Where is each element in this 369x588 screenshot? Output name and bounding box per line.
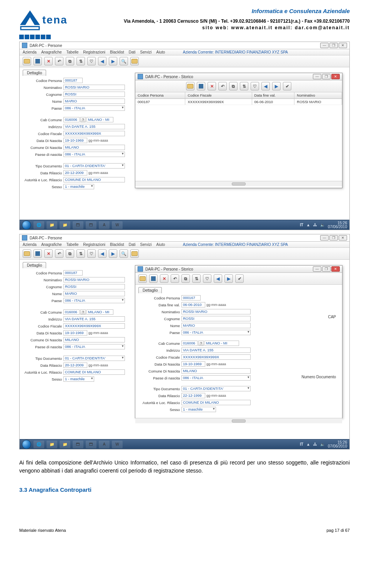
delete-icon[interactable]: ✕: [44, 249, 53, 258]
folder-icon[interactable]: [130, 249, 139, 258]
nav-prev-icon[interactable]: ◀: [261, 82, 270, 90]
menu-registrazioni[interactable]: Registrazioni: [83, 50, 105, 54]
sort-icon[interactable]: ⇅: [192, 274, 201, 283]
search-icon[interactable]: 🔍: [120, 57, 128, 65]
restore-button[interactable]: ❐: [322, 74, 331, 79]
fav-icon[interactable]: ♡: [87, 249, 96, 258]
menu-azienda[interactable]: Azienda: [23, 50, 37, 54]
field-nome[interactable]: MARIO: [181, 323, 251, 328]
col-nominativo[interactable]: Nominativo: [294, 92, 342, 99]
open-icon[interactable]: [23, 249, 31, 258]
field-paese[interactable]: 086 - ITALIA: [181, 330, 251, 335]
copy-icon[interactable]: ⧉: [181, 274, 190, 283]
sort-icon[interactable]: ⇅: [76, 249, 85, 258]
field-sesso[interactable]: 1 - maschile: [63, 376, 94, 382]
open-icon[interactable]: [186, 82, 194, 90]
fav-icon[interactable]: ♡: [251, 82, 259, 90]
start-button[interactable]: [22, 220, 31, 230]
delete-icon[interactable]: ✕: [160, 274, 168, 283]
save-icon[interactable]: [197, 82, 205, 90]
taskbar-item[interactable]: W: [112, 441, 123, 448]
tray-lang[interactable]: IT: [300, 442, 303, 446]
folder-icon[interactable]: [130, 57, 139, 65]
scrollbar[interactable]: [135, 181, 342, 186]
field-nome[interactable]: MARIO: [63, 291, 125, 296]
field-sesso[interactable]: 1 - maschile: [63, 184, 94, 189]
field-cognome[interactable]: ROSSI: [63, 284, 125, 289]
menu-tabelle[interactable]: Tabelle: [66, 50, 79, 54]
tray-net-icon[interactable]: 🖧: [313, 223, 317, 227]
tab-dettaglio[interactable]: Dettaglio: [23, 262, 46, 268]
field-autorita[interactable]: COMUNE DI MILANO: [181, 400, 251, 405]
field-autorita[interactable]: COMUNE DI MILANO: [63, 177, 125, 182]
menu-blacklist[interactable]: Blacklist: [110, 242, 124, 247]
menu-servizi[interactable]: Servizi: [140, 242, 152, 247]
taskbar-item[interactable]: 🗔: [86, 441, 96, 448]
field-paese[interactable]: 086 - ITALIA: [63, 105, 125, 111]
field-paese-nascita[interactable]: 086 - ITALIA: [63, 152, 125, 157]
close-button[interactable]: ✕: [331, 74, 340, 79]
tray-clock[interactable]: 15:2607/06/2010: [328, 441, 347, 448]
save-icon[interactable]: [33, 249, 42, 258]
field-paese-nascita[interactable]: 086 - ITALIA: [63, 344, 125, 349]
taskbar-item[interactable]: A: [99, 441, 110, 448]
col-codice-persona[interactable]: Codice Persona: [135, 92, 185, 99]
nav-next-icon[interactable]: ▶: [272, 82, 281, 90]
field-codice-persona[interactable]: 000187: [63, 270, 83, 276]
nav-next-icon[interactable]: ▶: [109, 249, 117, 258]
field-codice-fiscale[interactable]: XXXXXX99X99X999X: [63, 323, 125, 329]
taskbar-item[interactable]: 🗔: [73, 441, 83, 448]
menu-registrazioni[interactable]: Registrazioni: [83, 242, 105, 247]
menu-dati[interactable]: Dati: [129, 242, 136, 247]
field-cab-comune[interactable]: 016006: [63, 309, 80, 315]
taskbar-item[interactable]: 📁: [47, 221, 57, 229]
tray-vol-icon[interactable]: 🔈: [320, 223, 325, 227]
field-indirizzo[interactable]: VIA DANTE A. 155: [63, 124, 125, 129]
nav-prev-icon[interactable]: ◀: [98, 57, 106, 65]
field-indirizzo[interactable]: VIA DANTE A. 155: [181, 347, 251, 353]
menu-servizi[interactable]: Servizi: [140, 50, 152, 54]
field-paese[interactable]: 086 - ITALIA: [63, 298, 125, 303]
field-cab-comune[interactable]: 016006: [63, 117, 80, 122]
sort-icon[interactable]: ⇅: [240, 82, 248, 90]
field-comune-nascita[interactable]: MILANO: [181, 368, 251, 374]
minimise-button[interactable]: —: [313, 74, 321, 79]
nav-prev-icon[interactable]: ◀: [98, 249, 106, 258]
field-cognome[interactable]: ROSSI: [63, 92, 125, 97]
taskbar-item[interactable]: 🗔: [73, 221, 83, 229]
undo-icon[interactable]: ↶: [55, 249, 63, 258]
nav-next-icon[interactable]: ▶: [109, 57, 117, 65]
field-cognome[interactable]: ROSSI: [181, 316, 251, 321]
cab-lookup-icon[interactable]: ?: [198, 341, 204, 346]
save-icon[interactable]: [149, 274, 158, 283]
undo-icon[interactable]: ↶: [171, 274, 179, 283]
tray-clock[interactable]: 15:2607/06/2010: [328, 221, 347, 229]
field-comune-nascita[interactable]: MILANO: [63, 145, 125, 150]
taskbar-item[interactable]: A: [99, 221, 110, 229]
field-codice-persona[interactable]: 000187: [63, 78, 83, 83]
taskbar-item[interactable]: 🌐: [33, 441, 44, 448]
field-data-fine-val[interactable]: 06-06-2010: [181, 302, 205, 307]
field-autorita[interactable]: COMUNE DI MILANO: [63, 369, 125, 375]
taskbar-item[interactable]: W: [112, 221, 123, 229]
open-icon[interactable]: [138, 274, 147, 283]
menu-dati[interactable]: Dati: [129, 50, 136, 54]
taskbar-item[interactable]: 🗔: [86, 221, 96, 229]
field-data-rilascio[interactable]: 20-12-2009: [63, 170, 87, 175]
menu-tabelle[interactable]: Tabelle: [66, 242, 79, 247]
tray-vol-icon[interactable]: 🔈: [320, 442, 325, 446]
confirm-icon[interactable]: ✔: [235, 274, 244, 283]
tray-net-icon[interactable]: 🖧: [313, 442, 317, 446]
restore-button[interactable]: ❐: [329, 43, 338, 48]
tab-dettaglio[interactable]: Dettaglio: [23, 70, 46, 76]
field-cab-comune[interactable]: 016006: [181, 341, 198, 346]
field-data-nascita[interactable]: 19-10-1969: [63, 330, 87, 336]
fav-icon[interactable]: ♡: [203, 274, 211, 283]
field-nominativo[interactable]: ROSSI MARIO: [181, 309, 251, 314]
confirm-icon[interactable]: ✔: [283, 82, 291, 90]
minimise-button[interactable]: —: [320, 43, 329, 48]
field-sesso[interactable]: 1 - maschile: [181, 407, 216, 412]
undo-icon[interactable]: ↶: [218, 82, 227, 90]
fav-icon[interactable]: ♡: [87, 57, 96, 65]
col-codice-fiscale[interactable]: Codice Fiscale: [185, 92, 252, 99]
